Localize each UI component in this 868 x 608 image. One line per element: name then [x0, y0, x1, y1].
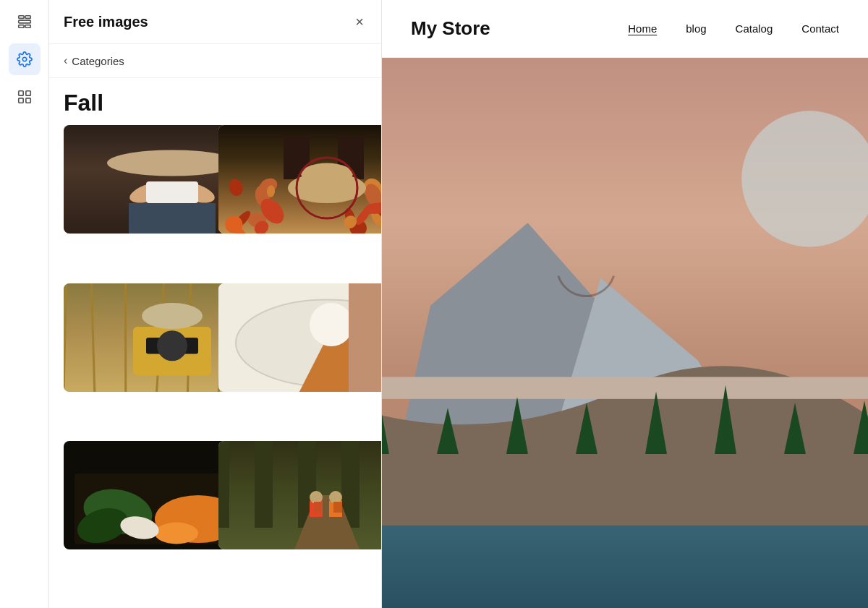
widgets-icon-btn[interactable]	[9, 81, 41, 113]
panel-header: Free images ×	[49, 0, 381, 44]
section-title: Fall	[49, 78, 381, 125]
svg-rect-1	[25, 16, 30, 19]
nav-contact[interactable]: Contact	[801, 22, 839, 35]
categories-label: Categories	[72, 55, 124, 67]
image-grid	[49, 125, 381, 608]
panel-title: Free images	[64, 14, 148, 30]
hero-canvas	[382, 58, 868, 608]
sidebar-icons	[0, 0, 49, 608]
svg-point-5	[22, 57, 27, 61]
svg-rect-8	[18, 98, 22, 103]
nav-home[interactable]: Home	[628, 22, 657, 35]
nav-catalog[interactable]: Catalog	[736, 22, 773, 35]
svg-rect-3	[18, 25, 23, 28]
back-chevron-icon: ‹	[64, 54, 67, 67]
categories-nav[interactable]: ‹ Categories	[49, 44, 381, 78]
svg-rect-9	[25, 98, 30, 103]
svg-rect-2	[18, 20, 30, 23]
store-nav: My Store Home blog Catalog Contact	[382, 0, 868, 58]
nav-blog[interactable]: blog	[686, 22, 706, 35]
settings-icon-btn[interactable]	[9, 43, 41, 75]
svg-rect-7	[25, 91, 30, 95]
image-cell-2[interactable]	[218, 125, 382, 234]
svg-rect-0	[18, 16, 23, 19]
layout-icon-btn[interactable]	[9, 6, 41, 38]
panel: Free images × ‹ Categories Fall	[49, 0, 382, 608]
close-button[interactable]: ×	[352, 12, 367, 32]
store-name: My Store	[411, 17, 490, 40]
store-preview: My Store Home blog Catalog Contact	[382, 0, 868, 608]
svg-rect-4	[25, 25, 30, 28]
image-cell-4[interactable]	[218, 283, 382, 392]
image-cell-6[interactable]	[218, 441, 382, 549]
hero-area	[382, 58, 868, 608]
svg-rect-6	[18, 91, 22, 95]
